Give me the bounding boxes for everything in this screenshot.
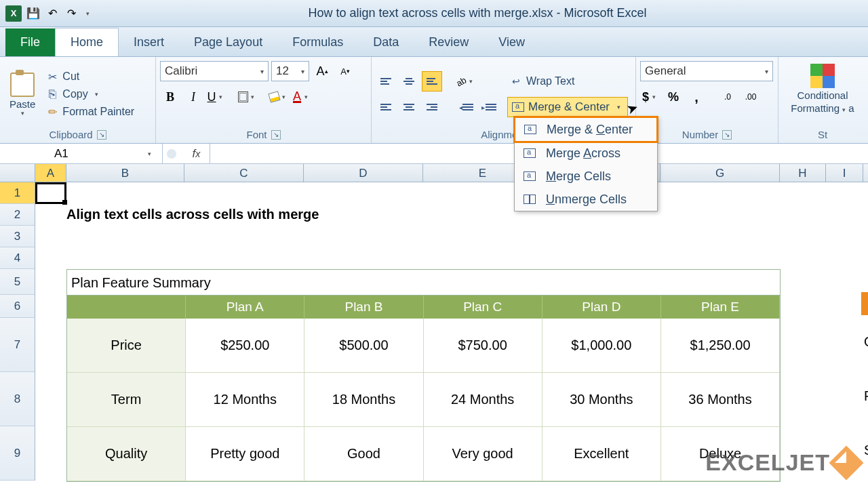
col-header-c[interactable]: C xyxy=(184,164,304,182)
header-plan-d[interactable]: Plan D xyxy=(542,296,661,319)
cell-term-b[interactable]: 18 Months xyxy=(304,373,423,427)
increase-decimal-button[interactable]: .0 xyxy=(717,87,738,107)
row-header-4[interactable]: 4 xyxy=(0,247,35,269)
merge-dropdown-icon[interactable]: ▾ xyxy=(614,104,623,110)
tab-view[interactable]: View xyxy=(484,28,540,56)
orientation-button[interactable]: ab▾ xyxy=(456,71,476,92)
align-left-button[interactable] xyxy=(376,97,396,117)
cell-quality-b[interactable]: Good xyxy=(304,427,423,481)
tab-review[interactable]: Review xyxy=(414,28,484,56)
cell-price-b[interactable]: $500.00 xyxy=(304,319,423,373)
tab-page-layout[interactable]: Page Layout xyxy=(179,28,277,56)
worksheet-grid[interactable]: A B C D E F G H I 1 2 3 4 5 6 7 8 9 Alig… xyxy=(0,164,868,488)
font-launcher-icon[interactable]: ↘ xyxy=(271,130,281,140)
tab-data[interactable]: Data xyxy=(358,28,414,56)
underline-button[interactable]: U▾ xyxy=(206,87,226,107)
tab-insert[interactable]: Insert xyxy=(119,28,179,56)
align-bottom-button[interactable] xyxy=(422,71,442,92)
font-color-button[interactable]: A▾ xyxy=(292,87,312,107)
menu-merge-across[interactable]: Merge Across xyxy=(515,142,657,165)
increase-indent-button[interactable] xyxy=(479,97,499,117)
cell-term-e[interactable]: 36 Months xyxy=(661,373,780,427)
name-box[interactable]: A1▾ xyxy=(0,144,163,163)
row-header-1[interactable]: 1 xyxy=(0,182,35,204)
header-plan-a[interactable]: Plan A xyxy=(186,296,304,319)
wrap-text-button[interactable]: Wrap Text xyxy=(507,71,628,92)
orange-header-cell[interactable] xyxy=(861,292,868,315)
decrease-decimal-button[interactable]: .00 xyxy=(741,87,761,107)
row-header-9[interactable]: 9 xyxy=(0,426,35,481)
number-format-combo[interactable]: General▾ xyxy=(640,61,773,81)
tab-home[interactable]: Home xyxy=(55,28,119,56)
clipboard-launcher-icon[interactable]: ↘ xyxy=(97,130,106,140)
header-blank[interactable] xyxy=(67,296,186,319)
side-cell-one[interactable]: One xyxy=(864,334,868,350)
conditional-formatting-button[interactable]: Conditional Formatting ▾ a xyxy=(783,61,863,117)
align-center-button[interactable] xyxy=(399,97,419,117)
cell-quality-d[interactable]: Excellent xyxy=(542,427,661,481)
merge-center-button[interactable]: Merge & Center▾ xyxy=(507,97,628,117)
bold-button[interactable]: B xyxy=(160,87,180,107)
percent-button[interactable]: % xyxy=(663,87,684,107)
tab-formulas[interactable]: Formulas xyxy=(277,28,358,56)
header-plan-e[interactable]: Plan E xyxy=(661,296,780,319)
row-label-term[interactable]: Term xyxy=(67,373,186,427)
cell-price-d[interactable]: $1,000.00 xyxy=(542,319,661,373)
qat-customize-icon[interactable]: ▾ xyxy=(83,6,92,21)
fx-button[interactable]: fx xyxy=(183,144,210,163)
align-middle-button[interactable] xyxy=(399,71,419,92)
select-all-corner[interactable] xyxy=(0,164,35,182)
currency-button[interactable]: $▾ xyxy=(640,87,660,107)
font-name-combo[interactable]: Calibri▾ xyxy=(160,61,269,81)
font-size-combo[interactable]: 12▾ xyxy=(271,61,309,81)
side-cell-seven[interactable]: Seven xyxy=(864,443,868,458)
align-right-button[interactable] xyxy=(422,97,442,117)
row-label-quality[interactable]: Quality xyxy=(67,427,186,481)
menu-unmerge-cells[interactable]: Unmerge Cells xyxy=(515,188,657,211)
name-box-dropdown-icon[interactable]: ▾ xyxy=(144,150,154,157)
col-header-b[interactable]: B xyxy=(66,164,184,182)
col-header-g[interactable]: G xyxy=(660,164,780,182)
cell-term-d[interactable]: 30 Months xyxy=(542,373,661,427)
number-launcher-icon[interactable]: ↘ xyxy=(722,130,732,140)
cells-area[interactable]: Align text cells across cells with merge… xyxy=(35,182,868,481)
col-header-d[interactable]: D xyxy=(304,164,423,182)
cell-b2[interactable]: Align text cells across cells with merge xyxy=(66,207,319,222)
header-plan-b[interactable]: Plan B xyxy=(304,296,423,319)
header-plan-c[interactable]: Plan C xyxy=(424,296,542,319)
col-header-h[interactable]: H xyxy=(780,164,826,182)
decrease-indent-button[interactable] xyxy=(456,97,476,117)
row-label-price[interactable]: Price xyxy=(67,319,186,373)
italic-button[interactable]: I xyxy=(183,87,203,107)
cell-price-a[interactable]: $250.00 xyxy=(186,319,304,373)
copy-button[interactable]: Copy▾ xyxy=(43,87,137,102)
save-icon[interactable]: 💾 xyxy=(26,6,41,21)
copy-dropdown-icon[interactable]: ▾ xyxy=(92,91,102,98)
borders-button[interactable]: ▾ xyxy=(237,87,258,107)
fill-color-button[interactable]: ▾ xyxy=(269,87,289,107)
row-header-3[interactable]: 3 xyxy=(0,226,35,247)
row-header-2[interactable]: 2 xyxy=(0,204,35,226)
shrink-font-button[interactable]: A▾ xyxy=(335,61,355,81)
tab-file[interactable]: File xyxy=(5,28,55,56)
redo-icon[interactable]: ↷ xyxy=(64,6,79,21)
cell-quality-a[interactable]: Pretty good xyxy=(186,427,304,481)
side-cell-four[interactable]: Four xyxy=(864,388,868,404)
row-header-5[interactable]: 5 xyxy=(0,269,35,295)
cell-term-c[interactable]: 24 Months xyxy=(424,373,542,427)
col-header-a[interactable]: A xyxy=(35,164,66,182)
align-top-button[interactable] xyxy=(376,71,396,92)
cell-quality-c[interactable]: Very good xyxy=(424,427,542,481)
grow-font-button[interactable]: A▴ xyxy=(312,61,332,81)
undo-icon[interactable]: ↶ xyxy=(45,6,60,21)
comma-button[interactable]: , xyxy=(686,87,707,107)
format-painter-button[interactable]: Format Painter xyxy=(43,104,137,119)
menu-merge-cells[interactable]: Merge Cells xyxy=(515,165,657,188)
paste-dropdown-icon[interactable]: ▾ xyxy=(18,110,27,117)
cell-price-c[interactable]: $750.00 xyxy=(424,319,542,373)
row-header-8[interactable]: 8 xyxy=(0,372,35,426)
cell-price-e[interactable]: $1,250.00 xyxy=(661,319,780,373)
row-header-6[interactable]: 6 xyxy=(0,295,35,318)
col-header-i[interactable]: I xyxy=(826,164,863,182)
row-header-7[interactable]: 7 xyxy=(0,318,35,372)
